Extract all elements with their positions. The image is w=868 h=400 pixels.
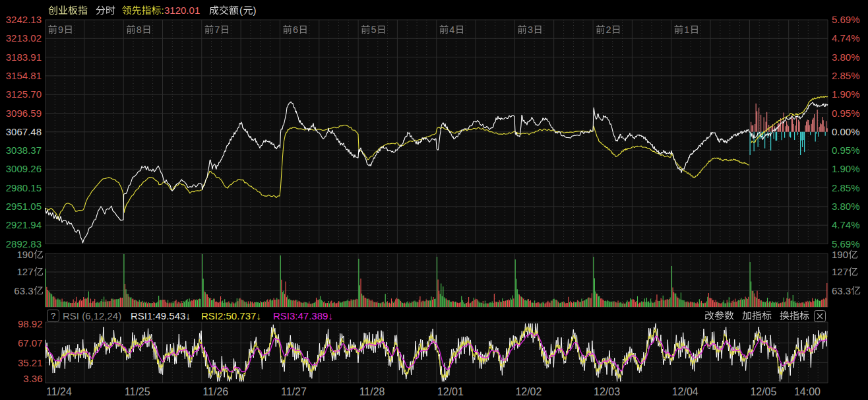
svg-text:190: 190: [16, 249, 33, 260]
svg-text:): ): [253, 5, 257, 16]
svg-text:3: 3: [528, 24, 533, 35]
svg-text:35.21: 35.21: [18, 357, 43, 368]
svg-text:12/03: 12/03: [594, 386, 620, 397]
svg-text:127: 127: [832, 266, 848, 277]
svg-text:14:00: 14:00: [794, 386, 821, 397]
svg-text:0.95%: 0.95%: [832, 108, 860, 119]
svg-text:5.69%: 5.69%: [832, 14, 860, 25]
svg-text:3242.13: 3242.13: [6, 14, 42, 25]
svg-text:RSI (6,12,24): RSI (6,12,24): [63, 310, 121, 321]
svg-text:12/02: 12/02: [515, 386, 542, 397]
svg-text:0.00%: 0.00%: [832, 126, 860, 137]
svg-text:RSI3:47.389↓: RSI3:47.389↓: [273, 310, 333, 321]
svg-text:0.95%: 0.95%: [832, 145, 860, 156]
svg-text:2951.05: 2951.05: [6, 201, 42, 212]
svg-text:3213.02: 3213.02: [6, 32, 42, 44]
svg-text:3120.01: 3120.01: [164, 5, 200, 16]
svg-text:RSI1:49.543↓: RSI1:49.543↓: [131, 310, 191, 321]
svg-text:8: 8: [137, 24, 142, 35]
svg-text:3.80%: 3.80%: [832, 51, 860, 63]
svg-text:2980.15: 2980.15: [6, 182, 42, 193]
svg-text:3096.59: 3096.59: [6, 108, 42, 119]
svg-text:98.92: 98.92: [18, 318, 43, 329]
svg-text:6: 6: [293, 24, 298, 35]
svg-text:63.3: 63.3: [832, 285, 851, 296]
svg-text:3154.81: 3154.81: [6, 70, 42, 81]
svg-text:3009.26: 3009.26: [6, 163, 42, 174]
svg-text:5: 5: [371, 24, 377, 35]
svg-text:3183.91: 3183.91: [6, 51, 42, 63]
svg-text:11/26: 11/26: [202, 386, 228, 397]
svg-text:3.80%: 3.80%: [832, 201, 860, 212]
svg-text:(: (: [239, 5, 243, 16]
svg-text:7: 7: [214, 24, 220, 35]
svg-text:4.74%: 4.74%: [832, 32, 860, 44]
svg-text:3038.37: 3038.37: [6, 145, 42, 156]
svg-text:127: 127: [16, 266, 33, 277]
svg-text:3067.48: 3067.48: [6, 126, 42, 137]
svg-text:4.74%: 4.74%: [832, 219, 860, 230]
svg-text:12/01: 12/01: [437, 386, 464, 397]
svg-text:1.90%: 1.90%: [832, 88, 860, 100]
svg-text:?: ?: [51, 311, 55, 321]
svg-text:1: 1: [684, 24, 689, 35]
svg-text:2: 2: [606, 24, 611, 35]
svg-text:190: 190: [832, 249, 848, 260]
svg-text:4: 4: [449, 24, 454, 35]
svg-text:2921.94: 2921.94: [6, 219, 42, 230]
svg-text:RSI2:50.737↓: RSI2:50.737↓: [201, 310, 261, 321]
svg-text:5.69%: 5.69%: [832, 238, 860, 250]
svg-text:2.85%: 2.85%: [832, 70, 860, 81]
svg-text:3.36: 3.36: [23, 373, 42, 384]
svg-text:2892.83: 2892.83: [6, 238, 42, 250]
svg-text:12/05: 12/05: [750, 386, 776, 397]
svg-text:3125.70: 3125.70: [6, 88, 42, 100]
svg-text:2.85%: 2.85%: [832, 182, 860, 193]
svg-text:9: 9: [58, 24, 63, 35]
svg-text:12/04: 12/04: [672, 386, 698, 397]
svg-text:11/24: 11/24: [46, 386, 72, 397]
svg-text:67.07: 67.07: [18, 337, 43, 349]
svg-text:11/27: 11/27: [281, 386, 307, 397]
svg-text:11/28: 11/28: [359, 386, 385, 397]
svg-text:1.90%: 1.90%: [832, 163, 860, 174]
svg-text:11/25: 11/25: [125, 386, 150, 397]
svg-text:63.3: 63.3: [14, 285, 33, 296]
